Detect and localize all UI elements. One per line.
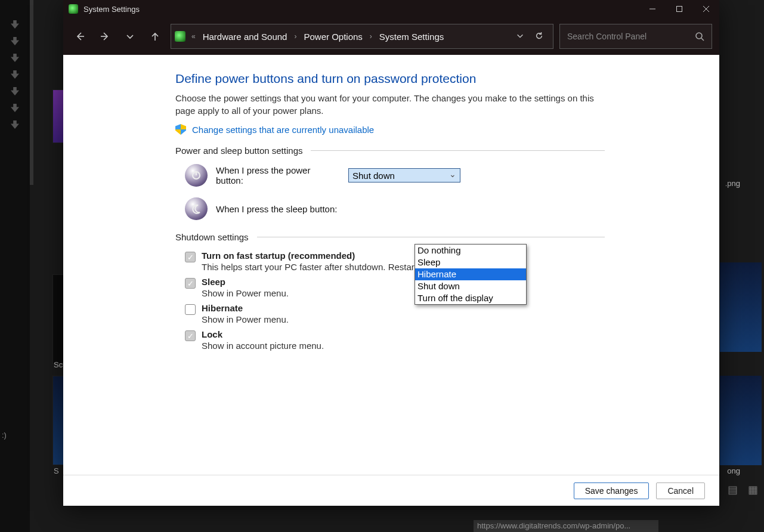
section-title: Power and sleep button settings <box>175 146 302 156</box>
power-button-label: When I press the power button: <box>216 165 340 185</box>
save-button[interactable]: Save changes <box>574 482 649 499</box>
minimize-button[interactable] <box>639 0 666 18</box>
cb-hibernate: Hibernate Show in Power menu. <box>185 303 605 324</box>
bg-text: :) <box>2 431 7 440</box>
pin-icon <box>11 20 19 29</box>
pin-icon <box>11 87 19 95</box>
app-icon <box>69 4 78 14</box>
cancel-button[interactable]: Cancel <box>656 482 705 499</box>
dropdown-option-turn-off-display[interactable]: Turn off the display <box>415 292 526 304</box>
close-button[interactable] <box>692 0 719 18</box>
svg-point-7 <box>696 33 702 39</box>
cb-title: Hibernate <box>202 303 289 313</box>
window-title: System Settings <box>83 5 140 14</box>
checkbox-hibernate[interactable] <box>185 304 196 315</box>
pin-icon <box>11 104 19 112</box>
breadcrumb-power-options[interactable]: Power Options <box>300 32 366 42</box>
breadcrumb-hardware-and-sound[interactable]: Hardware and Sound <box>199 32 291 42</box>
cb-sleep: Sleep Show in Power menu. <box>185 277 605 298</box>
nav-toolbar: « Hardware and Sound › Power Options › S… <box>63 18 719 55</box>
dropdown-option-do-nothing[interactable]: Do nothing <box>415 245 526 256</box>
power-button-row: When I press the power button: Shut down <box>185 164 605 187</box>
power-button-value: Shut down <box>352 171 395 181</box>
dropdown-option-shut-down[interactable]: Shut down <box>415 280 526 292</box>
pin-icon <box>11 120 19 129</box>
bg-scrollbar <box>30 0 33 185</box>
section-title: Shutdown settings <box>175 232 249 242</box>
location-icon <box>175 31 185 42</box>
cb-title: Sleep <box>202 277 289 287</box>
svg-line-8 <box>701 38 704 41</box>
shield-icon <box>175 124 186 135</box>
page-title: Define power buttons and turn on passwor… <box>175 72 605 86</box>
sleep-icon <box>185 197 208 220</box>
back-button[interactable] <box>70 27 89 46</box>
forward-button[interactable] <box>95 27 115 46</box>
pin-icon <box>11 37 19 45</box>
cb-lock: Lock Show in account picture menu. <box>185 329 605 351</box>
sleep-button-label: When I press the sleep button: <box>216 204 340 214</box>
sleep-button-dropdown[interactable]: Do nothing Sleep Hibernate Shut down Tur… <box>415 244 527 305</box>
bg-text: Sc <box>54 360 63 369</box>
power-button-select[interactable]: Shut down <box>348 168 460 183</box>
recent-dropdown-button[interactable] <box>120 27 140 46</box>
bg-text: S <box>54 466 59 475</box>
bg-thumbnail <box>720 376 762 465</box>
svg-rect-1 <box>676 7 682 12</box>
checkbox-sleep[interactable] <box>185 278 196 289</box>
overflow-chevron-icon[interactable]: « <box>191 32 196 41</box>
maximize-button[interactable] <box>666 0 692 18</box>
cb-sub: Show in account picture menu. <box>202 341 324 351</box>
titlebar[interactable]: System Settings <box>63 0 719 18</box>
cb-fast-startup: Turn on fast startup (recommended) This … <box>185 250 605 272</box>
breadcrumb-system-settings[interactable]: System Settings <box>376 32 447 42</box>
divider <box>311 150 605 151</box>
refresh-button[interactable] <box>535 32 543 42</box>
bg-text: .png <box>725 179 740 188</box>
search-input[interactable]: Search Control Panel <box>559 24 712 49</box>
chevron-right-icon: › <box>370 32 372 41</box>
section-power-sleep: Power and sleep button settings <box>175 146 605 156</box>
cb-title: Lock <box>202 329 324 339</box>
cb-sub: Show in Power menu. <box>202 288 289 298</box>
desktop-sidebar <box>0 0 30 532</box>
content-area: Define power buttons and turn on passwor… <box>63 55 719 506</box>
bg-thumbnail <box>720 262 762 352</box>
page-description: Choose the power settings that you want … <box>175 92 605 117</box>
chevron-right-icon: › <box>294 32 296 41</box>
pin-icon <box>11 54 19 62</box>
checkbox-lock[interactable] <box>185 330 196 341</box>
search-icon <box>695 32 704 41</box>
change-settings-link[interactable]: Change settings that are currently unava… <box>192 125 374 135</box>
section-shutdown: Shutdown settings <box>175 232 605 242</box>
up-button[interactable] <box>146 27 165 46</box>
dropdown-option-hibernate[interactable]: Hibernate <box>415 268 526 280</box>
footer: Save changes Cancel <box>63 475 719 506</box>
checkbox-fast-startup[interactable] <box>185 252 196 262</box>
divider <box>257 237 605 237</box>
address-dropdown-button[interactable] <box>516 32 524 42</box>
address-bar[interactable]: « Hardware and Sound › Power Options › S… <box>171 24 553 49</box>
system-settings-window: System Settings « Hardware and Sound › P… <box>63 0 719 506</box>
bg-text: ong <box>727 466 740 475</box>
dropdown-option-sleep[interactable]: Sleep <box>415 256 526 268</box>
search-placeholder: Search Control Panel <box>567 32 647 41</box>
bg-view-icons: ▤ ▦ <box>728 483 762 496</box>
sleep-button-row: When I press the sleep button: <box>185 197 605 220</box>
power-icon <box>185 164 208 187</box>
cb-sub: Show in Power menu. <box>202 314 289 324</box>
pin-icon <box>11 70 19 79</box>
bg-status-url: https://www.digitaltrends.com/wp-admin/p… <box>474 520 658 532</box>
